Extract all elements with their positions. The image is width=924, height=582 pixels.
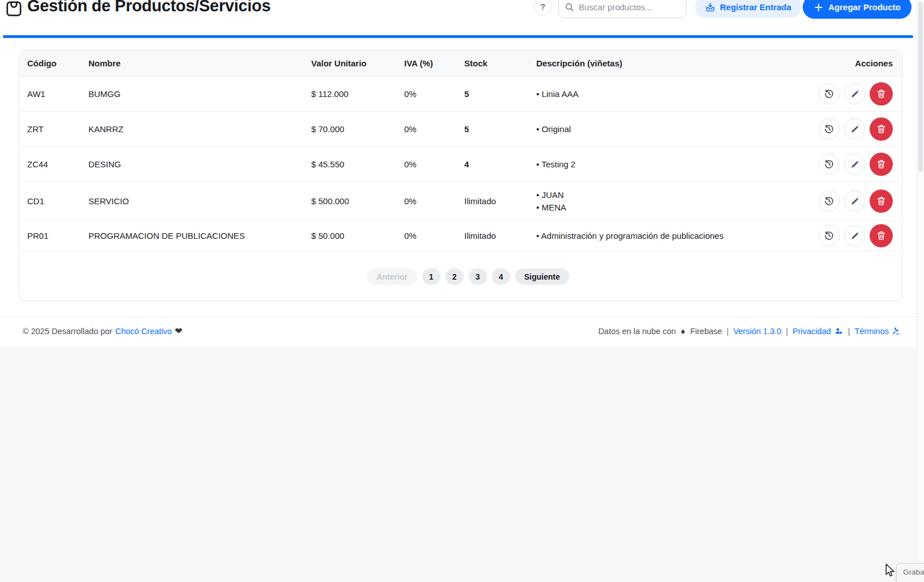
descripcion-line: • Original — [536, 123, 800, 136]
history-icon — [824, 196, 834, 206]
edit-button[interactable] — [844, 83, 865, 104]
pencil-icon — [850, 124, 860, 134]
cell-valor: $ 45.550 — [311, 159, 404, 169]
pencil-icon — [850, 196, 860, 206]
cell-codigo: AW1 — [19, 89, 88, 99]
pagination-page-3[interactable]: 3 — [469, 268, 487, 285]
pagination-page-1[interactable]: 1 — [422, 268, 440, 285]
edit-button[interactable] — [844, 225, 865, 246]
separator: | — [725, 327, 731, 336]
history-icon — [824, 124, 834, 134]
descripcion-line: • Linia AAA — [536, 88, 800, 100]
add-product-label: Agregar Producto — [828, 2, 901, 12]
cell-nombre: SERVICIO — [88, 196, 311, 206]
trash-icon — [876, 124, 887, 134]
cell-stock: Ilimitado — [464, 196, 536, 206]
register-entry-button[interactable]: Registrar Entrada — [695, 0, 802, 18]
search-icon — [565, 2, 574, 12]
heart-icon: ❤ — [175, 326, 182, 336]
pencil-icon — [850, 159, 860, 170]
cell-descripcion: • Original — [536, 123, 800, 136]
cell-valor: $ 70.000 — [311, 124, 404, 134]
column-header-descripcion: Descripción (viñetas) — [536, 57, 800, 70]
trash-icon — [876, 230, 887, 241]
edit-button[interactable] — [844, 191, 865, 212]
delete-button[interactable] — [870, 82, 893, 106]
page-title: Gestión de Productos/Servicios — [27, 0, 270, 15]
search-box[interactable] — [558, 0, 686, 18]
separator: | — [784, 327, 790, 336]
footer-meta: Datos en la nube con Firebase | Versión … — [598, 327, 900, 336]
table-row: CD1 SERVICIO $ 500.000 0% Ilimitado • JU… — [19, 182, 902, 221]
cell-actions — [800, 82, 902, 106]
descripcion-line: • MENA — [536, 201, 800, 214]
cell-descripcion: • Linia AAA — [536, 88, 800, 100]
delete-button[interactable] — [870, 224, 893, 247]
trash-icon — [876, 196, 887, 206]
table-row: ZRT KANRRZ $ 70.000 0% 5 • Original — [19, 112, 902, 147]
history-icon — [824, 88, 834, 99]
help-icon: ? — [540, 2, 545, 11]
copyright-text: © 2025 Desarrollado por — [23, 327, 112, 336]
shopping-bag-icon — [5, 0, 23, 18]
products-table-card: Código Nombre Valor Unitario IVA (%) Sto… — [19, 50, 902, 301]
pencil-icon — [850, 231, 860, 241]
scrollbar-thumb[interactable] — [918, 2, 923, 172]
firebase-flame-icon — [679, 327, 687, 336]
search-input[interactable] — [579, 2, 680, 12]
choco-creativo-link[interactable]: Chocó Creativo — [115, 327, 172, 336]
history-icon — [824, 159, 834, 170]
cell-codigo: CD1 — [19, 196, 88, 206]
trash-icon — [876, 88, 887, 99]
privacy-link[interactable]: Privacidad — [792, 327, 831, 336]
descripcion-line: • Administración y programación de publi… — [536, 230, 800, 242]
pagination-next-button[interactable]: Siguiente — [515, 268, 569, 285]
plus-icon — [813, 2, 824, 12]
pencil-icon — [850, 89, 860, 99]
firebase-text: Firebase — [690, 327, 722, 336]
table-header-row: Código Nombre Valor Unitario IVA (%) Sto… — [19, 50, 902, 77]
column-header-nombre: Nombre — [88, 58, 311, 68]
column-header-acciones: Acciones — [800, 58, 902, 68]
history-button[interactable] — [819, 119, 840, 140]
cell-valor: $ 50.000 — [311, 231, 404, 241]
terms-link[interactable]: Términos — [855, 327, 889, 336]
cell-iva: 0% — [404, 196, 464, 206]
delete-button[interactable] — [870, 189, 893, 213]
history-button[interactable] — [819, 191, 840, 212]
register-entry-label: Registrar Entrada — [720, 2, 791, 12]
table-row: ZC44 DESING $ 45.550 0% 4 • Testing 2 — [19, 147, 902, 182]
cell-descripcion: • Administración y programación de publi… — [536, 230, 800, 242]
delete-button[interactable] — [870, 153, 893, 176]
add-product-button[interactable]: Agregar Producto — [803, 0, 912, 19]
edit-button[interactable] — [844, 154, 865, 175]
cell-nombre: BUMGG — [88, 89, 311, 99]
edit-button[interactable] — [844, 119, 865, 140]
cell-codigo: PR01 — [19, 231, 88, 241]
vertical-scrollbar[interactable] — [917, 0, 924, 582]
pagination-page-2[interactable]: 2 — [446, 268, 464, 285]
pagination: Anterior 1 2 3 4 Siguiente — [34, 251, 902, 301]
footer-copyright: © 2025 Desarrollado por Chocó Creativo ❤ — [23, 326, 183, 336]
cell-descripcion: • JUAN • MENA — [536, 189, 800, 214]
pagination-prev-button[interactable]: Anterior — [367, 268, 417, 285]
descripcion-line: • Testing 2 — [536, 158, 800, 171]
history-button[interactable] — [819, 83, 840, 104]
history-icon — [824, 230, 834, 241]
history-button[interactable] — [819, 225, 840, 246]
history-button[interactable] — [819, 154, 840, 175]
trash-icon — [876, 159, 887, 170]
cell-actions — [800, 189, 902, 213]
mouse-cursor — [883, 563, 897, 579]
version-link[interactable]: Versión 1.3.0 — [734, 327, 782, 336]
box-arrow-in-down-icon — [705, 2, 715, 12]
column-header-valor: Valor Unitario — [311, 58, 404, 68]
column-header-codigo: Código — [19, 58, 88, 68]
cell-codigo: ZRT — [19, 124, 88, 134]
pagination-page-4[interactable]: 4 — [492, 268, 510, 285]
help-button[interactable]: ? — [533, 0, 552, 16]
delete-button[interactable] — [870, 117, 893, 141]
cell-iva: 0% — [404, 159, 464, 169]
footer: © 2025 Desarrollado por Chocó Creativo ❤… — [0, 317, 924, 336]
cell-codigo: ZC44 — [19, 159, 88, 169]
